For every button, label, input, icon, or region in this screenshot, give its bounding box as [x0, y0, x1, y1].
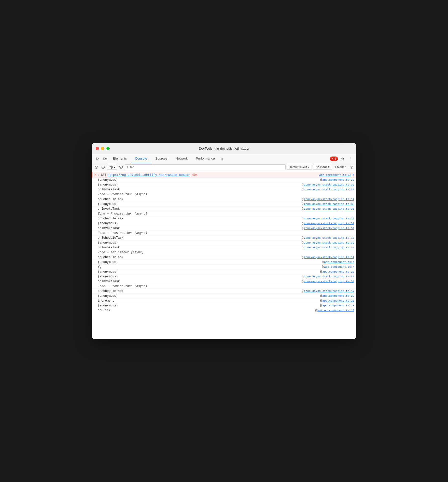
stack-entry-21: increment @ app.component.ts:21 — [92, 299, 356, 303]
svg-point-8 — [351, 167, 352, 168]
tab-list: Elements Console Sources Network Perform… — [109, 154, 329, 163]
async-label-2: Zone — Promise.then (async) — [92, 211, 356, 216]
console-toolbar: top ▾ Default levels ▾ No Issues 1 hidde… — [92, 163, 356, 171]
tab-elements[interactable]: Elements — [109, 154, 131, 163]
title-bar: DevTools - ng-devtools.netlify.app/ — [92, 143, 356, 154]
stack-entry-13: onScheduleTask @ zone-async-stack-taggin… — [92, 255, 356, 260]
tab-performance[interactable]: Performance — [192, 154, 219, 163]
async-label-3: Zone — Promise.then (async) — [92, 231, 356, 236]
console-settings-button[interactable] — [349, 164, 354, 170]
stack-entry-4: onScheduleTask @ zone-async-stack-taggin… — [92, 197, 356, 202]
async-label-5: Zone — Promise.then (async) — [92, 284, 356, 289]
stack-entry-14: (anonymous) @ app.component.ts:4 — [92, 260, 356, 265]
levels-dropdown[interactable]: Default levels ▾ — [287, 165, 312, 170]
console-error-entry: ✕ ▾ GET https://ng-devtools.netlify.app/… — [92, 172, 356, 178]
upload-icon[interactable]: ⬆ — [352, 173, 354, 177]
source-link[interactable]: app.component.ts:21 — [323, 299, 354, 302]
source-link[interactable]: zone-async-stack-tagging.ts:32 — [304, 183, 354, 186]
settings-button[interactable]: ⚙ — [339, 155, 346, 162]
source-link[interactable]: zone-async-stack-tagging.ts:31 — [304, 246, 354, 249]
more-options-button[interactable]: ⋮ — [347, 155, 354, 162]
fn-name: (anonymous) — [98, 222, 118, 225]
stack-entry-6: onInvokeTask @ zone-async-stack-tagging.… — [92, 207, 356, 211]
fn-name: increment — [98, 299, 114, 303]
source-link[interactable]: zone-async-stack-tagging.ts:32 — [304, 275, 354, 278]
fn-name: onInvokeTask — [98, 207, 120, 211]
stack-entry-19: onScheduleTask @ zone-async-stack-taggin… — [92, 289, 356, 294]
source-link[interactable]: zone-async-stack-tagging.ts:17 — [304, 236, 354, 239]
window-title: DevTools - ng-devtools.netlify.app/ — [199, 147, 249, 150]
fn-name: onInvokeTask — [98, 226, 120, 230]
tab-console[interactable]: Console — [131, 154, 151, 163]
source-link[interactable]: zone-async-stack-tagging.ts:31 — [304, 227, 354, 230]
fn-name: onClick — [98, 309, 110, 312]
error-count-badge[interactable]: ✕ 1 — [330, 157, 338, 161]
source-link[interactable]: button.component.ts:18 — [317, 309, 354, 312]
svg-point-7 — [120, 167, 121, 168]
async-text: Zone — setTimeout (async) — [98, 251, 144, 254]
expand-arrow[interactable]: ▾ — [98, 174, 100, 177]
traffic-lights — [96, 147, 110, 150]
error-entry-left: ✕ ▾ GET https://ng-devtools.netlify.app/… — [94, 173, 319, 177]
source-link[interactable]: zone-async-stack-tagging.ts:31 — [304, 207, 354, 210]
source-link[interactable]: zone-async-stack-tagging.ts:17 — [304, 290, 354, 293]
source-link[interactable]: app.component.ts:4 — [324, 261, 354, 264]
stack-entry-16: (anonymous) @ app.component.ts:22 — [92, 270, 356, 274]
clear-console-button[interactable] — [94, 164, 99, 170]
source-link[interactable]: zone-async-stack-tagging.ts:17 — [304, 256, 354, 259]
more-tabs-button[interactable]: » — [219, 155, 226, 162]
source-link[interactable]: app.component.ts:22 — [323, 270, 354, 273]
main-toolbar: Elements Console Sources Network Perform… — [92, 154, 356, 163]
fn-name: (anonymous) — [98, 270, 118, 274]
source-link[interactable]: zone-async-stack-tagging.ts:32 — [304, 241, 354, 244]
stack-entry-17: (anonymous) @ zone-async-stack-tagging.t… — [92, 274, 356, 279]
fn-name: (anonymous) — [98, 202, 118, 206]
hidden-count: 1 hidden — [333, 165, 348, 169]
fn-name: onScheduleTask — [98, 217, 123, 220]
source-link[interactable]: zone-async-stack-tagging.ts:31 — [304, 280, 354, 283]
source-link[interactable]: zone-async-stack-tagging.ts:32 — [304, 222, 354, 225]
error-source-link[interactable]: app.component.ts:23 — [319, 174, 351, 177]
context-selector[interactable]: top ▾ — [107, 165, 117, 170]
source-link[interactable]: zone-async-stack-tagging.ts:32 — [304, 203, 354, 206]
minimize-button[interactable] — [101, 147, 104, 150]
stack-entry-3: onInvokeTask @ zone-async-stack-tagging.… — [92, 187, 356, 192]
source-link[interactable]: zone-async-stack-tagging.ts:17 — [304, 198, 354, 201]
no-issues-button[interactable]: No Issues — [313, 165, 332, 170]
source-link[interactable]: app.component.ts:22 — [323, 294, 354, 297]
async-text: Zone — Promise.then (async) — [98, 193, 147, 196]
stack-entry-11: (anonymous) @ zone-async-stack-tagging.t… — [92, 240, 356, 245]
fn-name: (anonymous) — [98, 275, 118, 278]
http-status: 404 — [192, 173, 198, 177]
source-link[interactable]: app.component.ts:23 — [323, 178, 354, 181]
source-link[interactable]: app.component.ts:4 — [324, 265, 354, 268]
eye-button[interactable] — [118, 164, 124, 170]
console-content: ✕ ▾ GET https://ng-devtools.netlify.app/… — [92, 171, 356, 339]
fn-name: onInvokeTask — [98, 246, 120, 249]
fn-name: onInvokeTask — [98, 280, 120, 283]
stack-entry-22: (anonymous) @ app.component.ts:13 — [92, 303, 356, 308]
fn-name: onScheduleTask — [98, 236, 123, 240]
source-link[interactable]: zone-async-stack-tagging.ts:17 — [304, 217, 354, 220]
stack-entry-20: (anonymous) @ app.component.ts:22 — [92, 294, 356, 299]
error-url[interactable]: https://ng-devtools.netlify.app/random-n… — [107, 173, 190, 177]
source-link[interactable]: app.component.ts:13 — [323, 304, 354, 307]
maximize-button[interactable] — [106, 147, 110, 150]
no-log-button[interactable] — [100, 164, 106, 170]
svg-rect-0 — [103, 158, 105, 159]
async-text: Zone — Promise.then (async) — [98, 212, 147, 216]
source-link[interactable]: zone-async-stack-tagging.ts:31 — [304, 188, 354, 191]
fn-name: (anonymous) — [98, 260, 118, 264]
error-icon: ✕ — [94, 173, 96, 177]
filter-input[interactable] — [125, 164, 286, 170]
close-button[interactable] — [96, 147, 99, 150]
stack-entry-1: (anonymous) @ app.component.ts:23 — [92, 178, 356, 182]
tab-sources[interactable]: Sources — [151, 154, 172, 163]
fn-name: Yg — [98, 265, 101, 269]
device-toolbar-button[interactable] — [101, 155, 108, 162]
stack-entry-18: onInvokeTask @ zone-async-stack-tagging.… — [92, 279, 356, 284]
stack-entry-7: onScheduleTask @ zone-async-stack-taggin… — [92, 216, 356, 221]
tab-network[interactable]: Network — [172, 154, 192, 163]
inspect-element-button[interactable] — [94, 155, 101, 162]
fn-name: onInvokeTask — [98, 188, 120, 191]
